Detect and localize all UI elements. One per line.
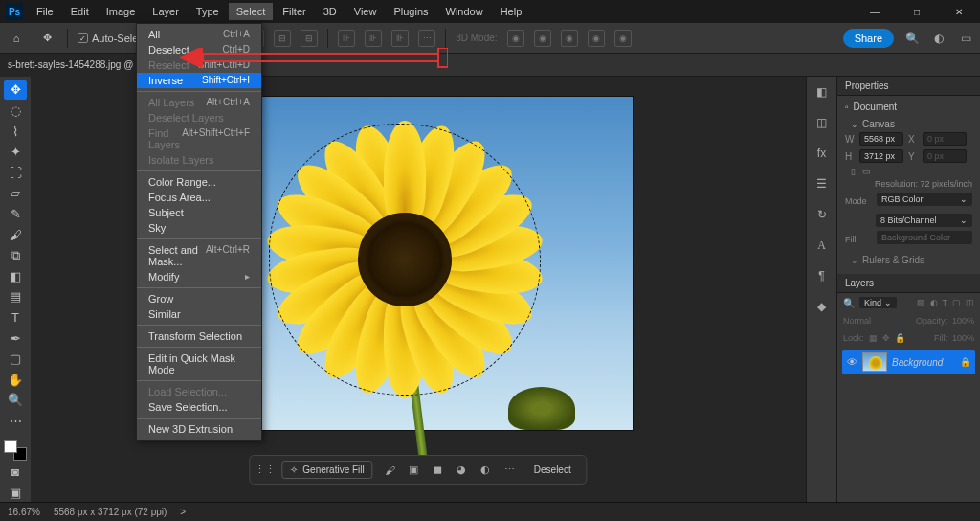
menu-window[interactable]: Window: [438, 3, 491, 20]
menu-item-edit-in-quick-mask-mode[interactable]: Edit in Quick Mask Mode: [137, 351, 261, 377]
align-icon[interactable]: ⊟: [301, 30, 318, 47]
document-dims-readout[interactable]: 5568 px x 3712 px (72 ppi): [54, 507, 167, 517]
menu-item-save-selection-[interactable]: Save Selection...: [137, 399, 261, 415]
rulers-section-header[interactable]: Rulers & Grids: [845, 252, 972, 268]
menu-edit[interactable]: Edit: [63, 3, 97, 20]
filter-type-icon[interactable]: T: [943, 298, 948, 307]
lock-all-icon[interactable]: ▦: [869, 333, 878, 343]
workspace-icon[interactable]: ▭: [957, 30, 974, 47]
menu-item-subject[interactable]: Subject: [137, 205, 261, 220]
fill-opacity-input[interactable]: 100%: [952, 333, 974, 343]
menu-image[interactable]: Image: [99, 3, 144, 20]
crop-tool[interactable]: ⛶: [4, 163, 27, 182]
menu-item-all[interactable]: AllCtrl+A: [137, 27, 261, 42]
drag-handle-icon[interactable]: ⋮⋮: [257, 463, 272, 477]
lock-icon[interactable]: 🔒: [960, 357, 970, 367]
height-input[interactable]: 3712 px: [859, 149, 903, 163]
eyedropper-tool[interactable]: ✎: [4, 205, 27, 224]
status-chevron-icon[interactable]: >: [180, 507, 186, 517]
menu-select[interactable]: Select: [229, 3, 274, 20]
adjustments-panel-icon[interactable]: fx: [813, 144, 832, 163]
layer-thumbnail[interactable]: [862, 352, 887, 372]
pen-tool[interactable]: ✒: [4, 328, 27, 348]
distribute-icon[interactable]: ⊪: [338, 30, 355, 47]
maximize-button[interactable]: □: [896, 0, 938, 23]
edit-toolbar[interactable]: ⋯: [4, 412, 27, 431]
fill-dropdown[interactable]: Background Color: [877, 231, 972, 244]
align-icon[interactable]: ⊟: [274, 30, 291, 47]
menu-3d[interactable]: 3D: [316, 3, 345, 20]
menu-item-transform-selection[interactable]: Transform Selection: [137, 328, 261, 344]
distribute-icon[interactable]: ⊪: [365, 30, 382, 47]
menu-item-select-and-mask-[interactable]: Select and Mask...Alt+Ctrl+R: [137, 242, 261, 269]
bit-depth-dropdown[interactable]: 8 Bits/Channel⌄: [876, 214, 972, 227]
frame-tool[interactable]: ▱: [4, 184, 27, 203]
history-panel-icon[interactable]: ↻: [813, 205, 832, 224]
type-tool[interactable]: T: [4, 308, 27, 328]
portrait-icon[interactable]: ▯: [851, 167, 856, 176]
menu-item-focus-area-[interactable]: Focus Area...: [137, 190, 261, 205]
share-button[interactable]: Share: [843, 29, 894, 48]
brush-icon[interactable]: 🖌: [383, 463, 397, 477]
home-icon[interactable]: ⌂: [6, 28, 27, 49]
search-icon[interactable]: 🔍: [903, 30, 921, 47]
menu-item-color-range-[interactable]: Color Range...: [137, 174, 261, 190]
menu-item-inverse[interactable]: InverseShift+Ctrl+I: [137, 73, 261, 88]
width-input[interactable]: 5568 px: [859, 132, 903, 146]
filter-adj-icon[interactable]: ◐: [930, 298, 938, 307]
distribute-icon[interactable]: ⊪: [391, 30, 409, 47]
menu-item-new-3d-extrusion[interactable]: New 3D Extrusion: [137, 421, 261, 437]
shape-tool[interactable]: ▢: [4, 350, 27, 369]
stamp-tool[interactable]: ⧉: [4, 246, 27, 265]
deselect-button[interactable]: Deselect: [526, 462, 579, 478]
color-mode-dropdown[interactable]: RGB Color⌄: [877, 193, 972, 206]
generative-fill-button[interactable]: ✧Generative Fill: [281, 461, 372, 479]
fill-icon[interactable]: ◕: [455, 463, 469, 477]
menu-item-sky[interactable]: Sky: [137, 220, 261, 236]
visibility-icon[interactable]: 👁: [847, 356, 858, 368]
lock-pos-icon[interactable]: ✥: [882, 333, 890, 343]
move-tool-icon[interactable]: ✥: [36, 28, 57, 49]
hand-tool[interactable]: ✋: [4, 371, 27, 390]
marquee-tool[interactable]: ◌: [4, 102, 27, 121]
gradient-tool[interactable]: ▤: [4, 287, 27, 306]
char-panel-icon[interactable]: A: [813, 236, 832, 255]
menu-item-similar[interactable]: Similar: [137, 306, 261, 322]
more-icon[interactable]: ⋯: [502, 463, 517, 477]
menu-type[interactable]: Type: [189, 3, 227, 20]
menu-view[interactable]: View: [346, 3, 385, 20]
quick-select-tool[interactable]: ✦: [4, 143, 27, 162]
filter-shape-icon[interactable]: ▢: [952, 298, 961, 307]
color-swatches[interactable]: [4, 440, 27, 460]
menu-file[interactable]: File: [29, 3, 61, 20]
layers-panel-tab[interactable]: Layers: [837, 274, 980, 293]
menu-help[interactable]: Help: [493, 3, 530, 20]
properties-panel-tab[interactable]: Properties: [837, 77, 980, 96]
menu-item-modify[interactable]: Modify▸: [137, 269, 261, 284]
filter-icon[interactable]: 🔍: [843, 298, 855, 308]
menu-filter[interactable]: Filter: [275, 3, 313, 20]
more-icon[interactable]: ⋯: [418, 30, 435, 47]
brush-tool[interactable]: 🖌: [4, 225, 27, 244]
zoom-readout[interactable]: 16.67%: [8, 507, 40, 517]
screenmode-toggle[interactable]: ▣: [4, 483, 27, 502]
subtract-icon[interactable]: ▣: [407, 463, 421, 477]
zoom-tool[interactable]: 🔍: [4, 391, 27, 410]
color-panel-icon[interactable]: ◧: [813, 82, 832, 102]
libraries-panel-icon[interactable]: ☰: [813, 174, 832, 193]
move-tool[interactable]: ✥: [4, 80, 27, 100]
glyphs-panel-icon[interactable]: ◆: [813, 297, 832, 316]
filter-pixel-icon[interactable]: ▧: [917, 298, 925, 307]
menu-plugins[interactable]: Plugins: [386, 3, 435, 20]
close-button[interactable]: ✕: [938, 0, 980, 23]
lasso-tool[interactable]: ⌇: [4, 122, 27, 141]
adjust-icon[interactable]: ◐: [479, 463, 493, 477]
layer-row-background[interactable]: 👁 Background 🔒: [842, 350, 975, 374]
swatches-panel-icon[interactable]: ◫: [813, 113, 832, 132]
landscape-icon[interactable]: ▭: [862, 167, 871, 176]
canvas-section-header[interactable]: Canvas: [845, 116, 972, 132]
lock-icon[interactable]: 🔒: [895, 333, 905, 343]
opacity-input[interactable]: 100%: [952, 316, 974, 326]
menu-item-grow[interactable]: Grow: [137, 291, 261, 306]
minimize-button[interactable]: —: [854, 0, 896, 23]
